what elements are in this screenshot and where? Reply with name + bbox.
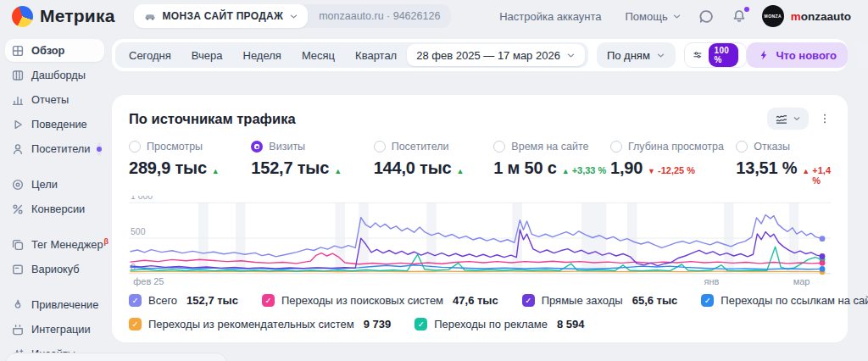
top-header: Метрика МОНЗА САЙТ ПРОДАЖ monzaauto.ru ·…	[0, 0, 868, 32]
traffic-line-chart[interactable]: 1 0005000фев 25янвмар	[129, 196, 831, 287]
traffic-sources-widget: По источникам трафика Просмотры289,9 тыс…	[112, 95, 848, 342]
metric-delta: ▲+1,4 %	[802, 165, 831, 186]
username[interactable]: monzaauto	[791, 10, 851, 23]
counter-name: МОНЗА САЙТ ПРОДАЖ	[163, 10, 284, 22]
sidebar-item-label: Отчеты	[31, 93, 69, 106]
sidebar-item-behavior[interactable]: Поведение	[5, 113, 104, 136]
metric-value: 289,9 тыс	[129, 158, 207, 178]
range-button-4[interactable]: Месяц	[292, 42, 345, 68]
account-settings-link[interactable]: Настройка аккаунта	[499, 10, 601, 23]
sidebar-item-goals[interactable]: Цели	[5, 173, 104, 196]
metric-value: 144,0 тыс	[374, 158, 452, 178]
date-range-picker[interactable]: 28 фев 2025 — 17 мар 2026	[407, 44, 585, 66]
metric-bounce[interactable]: Отказы13,51 %▲+1,4 %	[736, 141, 831, 186]
legend-row: ✓Всего152,7 тыс✓Переходы из поисковых си…	[129, 294, 831, 307]
widget-more-button[interactable]	[819, 113, 831, 125]
granularity-select[interactable]: По дням	[597, 42, 676, 68]
sidebar: ОбзорДашбордыОтчетыПоведениеПосетителиЦе…	[0, 32, 108, 361]
quick-range-group: СегодняВчераНеделяМесяцКвартал 28 фев 20…	[115, 42, 588, 68]
legend-checkbox[interactable]: ✓	[129, 294, 142, 307]
metric-radio[interactable]	[129, 141, 141, 153]
notifications-bell-icon[interactable]	[732, 8, 747, 24]
date-range-label: 28 фев 2025 — 17 мар 2026	[416, 49, 560, 62]
svg-text:мар: мар	[793, 276, 810, 286]
sidebar-item-attraction[interactable]: Привлечение	[5, 293, 104, 316]
legend-label: Переходы по рекламе	[434, 318, 548, 330]
sidebar-item-conversions[interactable]: Конверсии	[5, 197, 104, 220]
metric-radio[interactable]	[374, 141, 386, 153]
counter-select[interactable]: МОНЗА САЙТ ПРОДАЖ	[134, 4, 309, 28]
metric-value: 1 м 50 с	[493, 158, 556, 178]
metric-delta: ▲	[334, 167, 342, 175]
sidebar-item-label: Поведение	[31, 118, 87, 131]
sidebar-item-label: Привлечение	[31, 298, 98, 311]
trend-up-icon: ▲	[802, 167, 810, 175]
metric-radio[interactable]	[736, 141, 748, 153]
sidebar-item-visitors[interactable]: Посетители	[5, 137, 104, 160]
legend-checkbox[interactable]: ✓	[262, 294, 275, 307]
sidebar-item-label: Цели	[31, 178, 58, 191]
legend-item[interactable]: ✓Всего152,7 тыс	[129, 294, 238, 307]
range-button-3[interactable]: Неделя	[233, 42, 292, 68]
metric-delta: ▼-12,25 %	[648, 165, 695, 175]
legend-item[interactable]: ✓Переходы по ссылкам на сайтах12,4 тыс	[701, 294, 868, 307]
range-button-5[interactable]: Квартал	[345, 42, 407, 68]
sampling-settings-button[interactable]: 100 %	[684, 42, 748, 68]
behavior-icon	[11, 118, 25, 131]
counter-meta[interactable]: monzaauto.ru · 94626126	[308, 10, 451, 22]
help-menu[interactable]: Помощь	[626, 10, 682, 23]
legend-checkbox[interactable]: ✓	[522, 294, 535, 307]
legend-checkbox[interactable]: ✓	[415, 318, 427, 330]
sidebar-item-integrations[interactable]: Интеграции	[5, 318, 104, 341]
legend-label: Переходы по ссылкам на сайтах	[721, 294, 868, 307]
chevron-down-icon	[656, 51, 665, 60]
toolbar: СегодняВчераНеделяМесяцКвартал 28 фев 20…	[112, 39, 848, 71]
metric-delta: ▲	[212, 167, 220, 175]
legend-label: Прямые заходы	[542, 294, 623, 307]
legend-value: 8 594	[557, 318, 585, 330]
range-button-2[interactable]: Вчера	[181, 42, 233, 68]
sidebar-section: ЦелиКонверсии	[5, 173, 104, 220]
legend-checkbox[interactable]: ✓	[129, 318, 142, 330]
help-label: Помощь	[626, 10, 668, 23]
metric-radio[interactable]	[493, 141, 505, 153]
legend-item[interactable]: ✓Прямые заходы65,6 тыс	[522, 294, 678, 307]
sidebar-item-tag-manager[interactable]: Тег Менеджерβ	[5, 233, 104, 256]
legend-value: 65,6 тыс	[632, 294, 678, 307]
metric-radio[interactable]	[610, 141, 622, 153]
legend-item[interactable]: ✓Переходы из рекомендательных систем9 73…	[129, 318, 391, 330]
app-logo[interactable]: Метрика	[12, 6, 115, 27]
svg-text:500: 500	[131, 226, 146, 236]
metric-views[interactable]: Просмотры289,9 тыс▲	[129, 141, 251, 186]
legend-item[interactable]: ✓Переходы из поисковых систем47,6 тыс	[262, 294, 498, 307]
metric-radio[interactable]	[251, 141, 263, 153]
trend-up-icon: ▲	[457, 167, 465, 175]
sampling-badge: 100 %	[709, 43, 739, 67]
range-button-1[interactable]: Сегодня	[119, 42, 181, 68]
add-button[interactable]: Добавить	[856, 42, 868, 68]
metric-users[interactable]: Посетители144,0 тыс▲	[374, 141, 494, 186]
sidebar-item-label: Тег Менеджерβ	[31, 237, 108, 251]
sidebar-item-variocube[interactable]: Вариокуб	[5, 258, 104, 280]
chevron-down-icon	[672, 12, 682, 21]
legend-item[interactable]: ✓Переходы по рекламе8 594	[415, 318, 584, 330]
sidebar-section: Тег МенеджерβВариокуб	[5, 233, 104, 280]
trend-down-icon: ▼	[648, 167, 655, 175]
whats-new-button[interactable]: Что нового	[747, 42, 848, 68]
sidebar-item-overview[interactable]: Обзор	[5, 39, 104, 62]
goals-icon	[11, 178, 25, 192]
chevron-down-icon	[289, 12, 298, 21]
avatar[interactable]: MONZA	[762, 5, 784, 27]
metric-depth[interactable]: Глубина просмотра1,90▼-12,25 %	[610, 141, 736, 186]
legend-checkbox[interactable]: ✓	[701, 294, 714, 307]
sidebar-item-label: Дашборды	[31, 69, 86, 81]
chart-type-select[interactable]	[767, 108, 809, 130]
metric-label: Просмотры	[147, 141, 203, 153]
metric-time-on-site[interactable]: Время на сайте1 м 50 с▲+3,33 %	[493, 141, 610, 186]
widget-title: По источникам трафика	[129, 111, 296, 127]
sidebar-item-reports[interactable]: Отчеты	[5, 88, 104, 111]
sidebar-item-dashboards[interactable]: Дашборды	[5, 64, 104, 86]
chat-icon[interactable]	[698, 8, 715, 25]
metric-visits[interactable]: Визиты152,7 тыс▲	[251, 141, 373, 186]
metrics-row: Просмотры289,9 тыс▲Визиты152,7 тыс▲Посет…	[129, 141, 831, 186]
